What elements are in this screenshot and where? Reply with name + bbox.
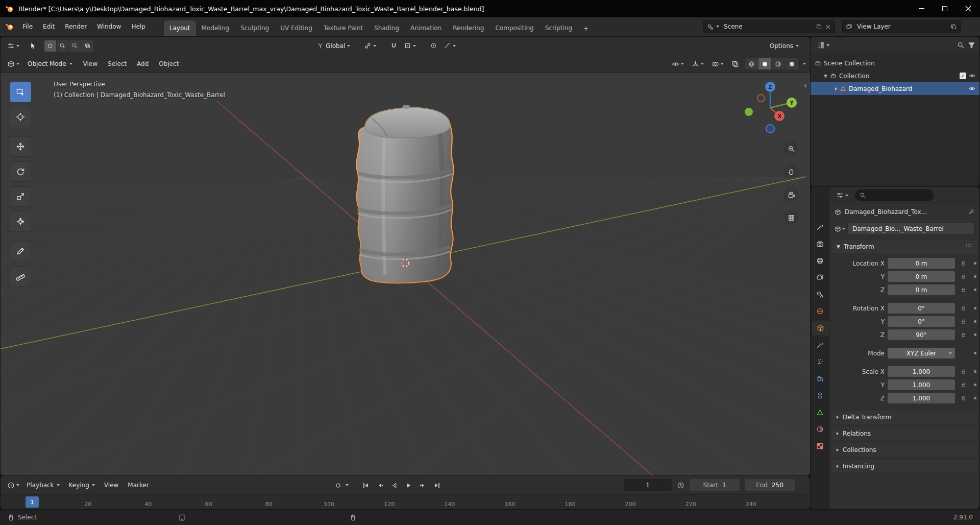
tab-physics[interactable] (811, 371, 829, 386)
tab-material[interactable] (811, 422, 829, 437)
jump-to-start-button[interactable] (359, 479, 372, 491)
workspace-tab[interactable]: Shading (369, 20, 405, 36)
gizmo-x-neg-axis[interactable] (757, 94, 765, 102)
workspace-tab[interactable]: Texture Paint (318, 20, 369, 36)
playhead[interactable]: 1 (26, 496, 39, 508)
disclosure-down-icon[interactable]: ▼ (824, 74, 827, 79)
viewport-menu-item[interactable]: Object (154, 57, 184, 70)
outliner-row-scene-collection[interactable]: Scene Collection (811, 57, 979, 69)
workspace-tab[interactable]: Animation (405, 20, 447, 36)
lock-icon[interactable] (958, 287, 968, 293)
workspace-tab[interactable]: Scripting (540, 20, 578, 36)
hide-eye-icon[interactable] (969, 85, 975, 92)
search-input[interactable] (869, 192, 925, 199)
collapsed-panel[interactable]: Relations (831, 427, 977, 440)
timeline-ruler[interactable]: 20 40 60 80 100 120 140 160 (1, 494, 810, 509)
viewport-menu-item[interactable]: Add (132, 57, 154, 70)
object-visibility-dropdown[interactable] (670, 57, 685, 70)
orthographic-toggle-button[interactable] (783, 210, 799, 225)
panel-grip-icon[interactable] (965, 243, 972, 250)
barrel-object[interactable] (356, 105, 453, 283)
xray-toggle[interactable] (730, 57, 741, 70)
outliner-row-collection[interactable]: ▼ Collection ✓ (811, 69, 979, 82)
navigation-gizmo[interactable]: Z Y X (742, 79, 799, 136)
tab-world[interactable] (811, 304, 829, 319)
camera-view-button[interactable] (783, 187, 799, 202)
pan-button[interactable] (783, 164, 799, 179)
maximize-button[interactable] (933, 0, 957, 17)
value-field[interactable]: 0 m (888, 284, 955, 295)
unlink-scene-icon[interactable] (825, 23, 831, 30)
lock-icon[interactable] (958, 369, 968, 374)
options-dropdown[interactable]: Options (767, 39, 802, 53)
animate-dot[interactable] (974, 333, 976, 336)
current-frame-field[interactable]: 1 (624, 479, 672, 491)
id-type-button[interactable] (835, 226, 845, 232)
lock-icon[interactable] (958, 305, 968, 311)
search-icon[interactable] (957, 41, 965, 49)
shading-solid-button[interactable] (758, 58, 772, 69)
tab-object-data[interactable] (811, 405, 829, 420)
collapsed-panel[interactable]: Instancing (831, 460, 977, 473)
tab-modifiers[interactable] (811, 338, 829, 352)
gizmo-y-neg-axis[interactable] (745, 108, 753, 116)
editor-type-button[interactable] (5, 39, 22, 53)
view-menu[interactable]: View (100, 479, 123, 492)
new-scene-icon[interactable] (816, 23, 822, 30)
workspace-tab[interactable]: Layout (164, 20, 196, 36)
zoom-button[interactable] (783, 141, 799, 156)
tool-rotate[interactable] (10, 161, 31, 182)
pin-icon[interactable] (968, 209, 974, 216)
value-field[interactable]: 0° (888, 303, 955, 314)
animate-dot[interactable] (974, 275, 976, 278)
animate-dot[interactable] (974, 384, 976, 386)
animate-dot[interactable] (974, 262, 976, 265)
shading-options-chevron-icon[interactable] (803, 63, 806, 65)
gizmo-z-neg-axis[interactable] (766, 125, 774, 133)
viewport-menu-item[interactable]: Select (103, 57, 132, 70)
scene-selector[interactable]: Scene (703, 20, 835, 33)
frame-end-field[interactable]: End 250 (745, 479, 795, 491)
collapsed-panel[interactable]: Delta Transform (831, 411, 977, 424)
transform-panel-header[interactable]: ▼ Transform (831, 240, 977, 253)
animate-dot[interactable] (974, 320, 976, 323)
tool-transform[interactable] (10, 211, 31, 232)
shading-wireframe-button[interactable] (745, 58, 758, 69)
lock-icon[interactable] (958, 332, 968, 338)
tool-move[interactable] (10, 136, 31, 157)
select-mode-subtract[interactable] (69, 40, 81, 52)
tool-select-box[interactable] (10, 82, 31, 102)
select-mode-extend[interactable] (57, 40, 69, 52)
value-field[interactable]: 1.000 (888, 366, 955, 377)
value-field[interactable]: XYZ Euler (888, 348, 955, 359)
viewport-3d[interactable]: User Perspective (1) Collection | Damage… (1, 73, 810, 475)
next-keyframe-button[interactable] (416, 479, 429, 491)
workspace-tab[interactable]: Rendering (447, 20, 489, 36)
tab-tool[interactable] (811, 220, 829, 234)
animate-dot[interactable] (974, 307, 976, 309)
topbar-menu-item[interactable]: Render (60, 20, 92, 33)
editor-type-button[interactable] (5, 479, 22, 492)
shading-material-button[interactable] (772, 58, 785, 69)
select-mode-set[interactable] (44, 40, 57, 52)
outliner-row-damaged-biohazard[interactable]: Damaged_Biohazard (811, 82, 979, 95)
topbar-menu-item[interactable]: Edit (38, 20, 60, 33)
lock-icon[interactable] (958, 395, 968, 401)
collapsed-panel[interactable]: Collections (831, 443, 977, 457)
tab-scene[interactable] (811, 287, 829, 302)
hide-eye-icon[interactable] (969, 73, 975, 79)
animate-dot[interactable] (974, 289, 976, 291)
transform-orientation-dropdown[interactable]: Global (314, 39, 353, 53)
sidebar-collapse-arrow[interactable]: ‹ (803, 80, 807, 90)
lock-icon[interactable] (958, 382, 968, 388)
pivot-point-dropdown[interactable] (362, 39, 379, 53)
value-field[interactable]: 90° (888, 329, 955, 340)
value-field[interactable]: 1.000 (888, 393, 955, 403)
editor-type-button[interactable] (815, 39, 832, 52)
chevron-down-icon[interactable] (346, 484, 349, 486)
proportional-editing-toggle[interactable] (428, 39, 439, 53)
tool-annotate[interactable] (10, 241, 31, 261)
workspace-tab[interactable]: Sculpting (235, 20, 275, 36)
view-layer-selector[interactable]: View Layer (842, 20, 961, 33)
marker-menu[interactable]: Marker (123, 479, 153, 492)
